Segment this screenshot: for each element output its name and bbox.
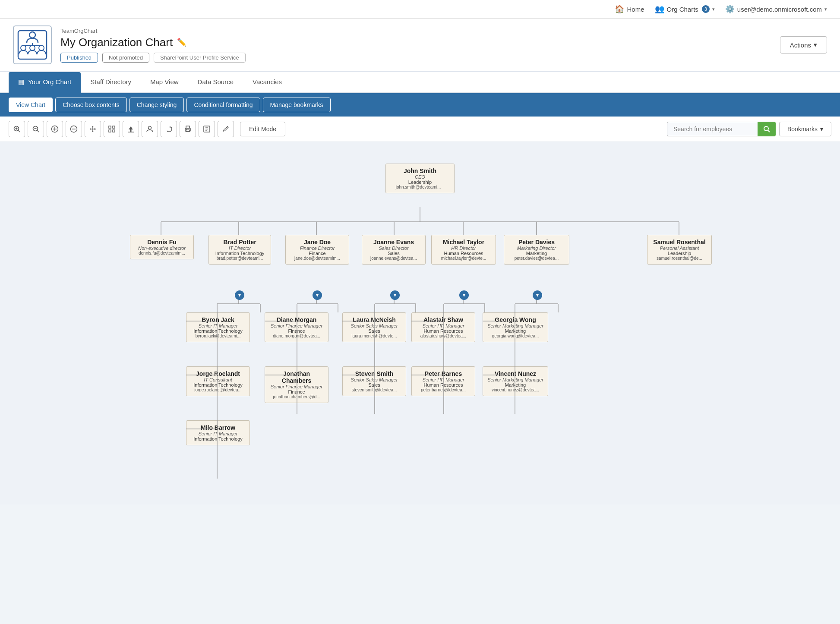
remove-button[interactable] [66, 121, 82, 137]
nav-org-charts-label: Org Charts [667, 6, 698, 13]
svg-point-33 [148, 126, 152, 129]
expand-joanne-evans[interactable]: ▾ [390, 290, 400, 300]
nav-user[interactable]: ⚙️ user@demo.onmicrosoft.com ▾ [725, 4, 827, 14]
card-email: john.smith@devteami... [390, 185, 446, 189]
card-email: peter.davies@devtea... [508, 256, 565, 261]
add-button[interactable] [47, 121, 63, 137]
card-title: IT Consultant [191, 377, 245, 382]
published-badge[interactable]: Published [60, 53, 98, 63]
card-dennis-fu[interactable]: Dennis Fu Non-executive director dennis.… [130, 235, 194, 259]
zoom-in-button[interactable] [9, 121, 25, 137]
card-dept: Marketing [487, 328, 543, 334]
actions-button[interactable]: Actions ▾ [780, 36, 827, 54]
card-email: jonathan.chambers@d... [269, 394, 324, 399]
card-milo-barrow[interactable]: Milo Barrow Senior IT Manager Informatio… [186, 420, 250, 445]
pen-button[interactable] [218, 121, 234, 137]
chart-toolbar: Edit Mode Bookmarks ▾ [0, 117, 840, 142]
not-promoted-badge[interactable]: Not promoted [102, 53, 149, 63]
page-title: My Organization Chart [60, 36, 173, 49]
chevron-down-icon: ▾ [712, 6, 715, 12]
sub-btn-change-styling[interactable]: Change styling [129, 98, 184, 112]
tab-vacancies[interactable]: Vacancies [243, 72, 291, 93]
top-nav: 🏠 Home 👥 Org Charts 3 ▾ ⚙️ user@demo.onm… [0, 0, 840, 19]
card-dept: Information Technology [191, 436, 245, 441]
card-name: Jorge Roelandt [191, 370, 245, 377]
sub-btn-choose-box[interactable]: Choose box contents [55, 98, 127, 112]
card-email: brad.potter@devteami... [213, 256, 266, 261]
tab-staff-directory-label: Staff Directory [90, 78, 131, 85]
zoom-out-button[interactable] [28, 121, 44, 137]
expand-jane-doe[interactable]: ▾ [313, 290, 322, 300]
expand-michael-taylor[interactable]: ▾ [459, 290, 469, 300]
sub-btn-conditional[interactable]: Conditional formatting [186, 98, 260, 112]
edit-mode-button[interactable]: Edit Mode [240, 122, 285, 136]
card-email: jorge.roelandt@devtea... [191, 388, 245, 392]
sub-btn-view-chart[interactable]: View Chart [9, 98, 53, 112]
edit-mode-label: Edit Mode [249, 126, 276, 132]
card-byron-jack[interactable]: Byron Jack Senior IT Manager Information… [186, 312, 250, 342]
card-georgia-wong[interactable]: Georgia Wong Senior Marketing Manager Ma… [483, 312, 548, 342]
tab-vacancies-label: Vacancies [253, 78, 282, 85]
card-jorge-roelandt[interactable]: Jorge Roelandt IT Consultant Information… [186, 366, 250, 396]
card-vincent-nunez[interactable]: Vincent Nunez Senior Marketing Manager M… [483, 366, 548, 396]
card-dept: Sales [347, 328, 401, 334]
tab-data-source[interactable]: Data Source [188, 72, 243, 93]
header-title-row: My Organization Chart ✏️ [60, 36, 780, 49]
card-dept: Human Resources [416, 382, 471, 388]
card-laura-mcneish[interactable]: Laura McNeish Senior Sales Manager Sales… [342, 312, 406, 342]
upload-button[interactable] [123, 121, 139, 137]
svg-point-45 [764, 126, 768, 131]
card-dept: Sales [366, 251, 421, 256]
print-button[interactable] [180, 121, 196, 137]
card-dept: Human Resources [436, 251, 491, 256]
card-alastair-shaw[interactable]: Alastair Shaw Senior HR Manager Human Re… [411, 312, 475, 342]
card-michael-taylor[interactable]: Michael Taylor HR Director Human Resourc… [431, 235, 496, 265]
card-john-smith[interactable]: John Smith CEO Leadership john.smith@dev… [385, 164, 455, 193]
search-button[interactable] [758, 122, 776, 136]
svg-marker-25 [92, 131, 94, 132]
card-jonathan-chambers[interactable]: Jonathan Chambers Senior Finance Manager… [265, 366, 328, 403]
nav-org-charts[interactable]: 👥 Org Charts 3 ▾ [655, 4, 715, 14]
org-icon: 👥 [655, 4, 664, 14]
sub-btn-bookmarks[interactable]: Manage bookmarks [263, 98, 331, 112]
nav-home[interactable]: 🏠 Home [615, 4, 644, 14]
refresh-button[interactable] [161, 121, 177, 137]
settings-icon: ⚙️ [725, 4, 735, 14]
search-input[interactable] [667, 122, 758, 136]
card-title: Senior Marketing Manager [487, 377, 543, 382]
card-title: IT Director [213, 246, 266, 251]
expand-brad-potter[interactable]: ▾ [235, 290, 244, 300]
card-joanne-evans[interactable]: Joanne Evans Sales Director Sales joanne… [362, 235, 426, 265]
fit-button[interactable] [104, 121, 120, 137]
tab-staff-directory[interactable]: Staff Directory [81, 72, 141, 93]
card-steven-smith[interactable]: Steven Smith Senior Sales Manager Sales … [342, 366, 406, 396]
card-peter-barnes[interactable]: Peter Barnes Senior HR Manager Human Res… [411, 366, 475, 396]
edit-title-icon[interactable]: ✏️ [177, 38, 186, 47]
card-email: byron.jack@devteami... [191, 334, 245, 338]
card-title: Senior HR Manager [416, 377, 471, 382]
export-button[interactable] [199, 121, 215, 137]
card-brad-potter[interactable]: Brad Potter IT Director Information Tech… [208, 235, 271, 265]
card-samuel-rosenthal[interactable]: Samuel Rosenthal Personal Assistant Lead… [647, 235, 712, 265]
sharepoint-badge[interactable]: SharePoint User Profile Service [154, 53, 246, 63]
svg-point-1 [21, 45, 26, 50]
tab-map-view[interactable]: Map View [141, 72, 188, 93]
card-name: Steven Smith [347, 370, 401, 377]
card-dept: Finance [269, 328, 324, 334]
svg-marker-24 [92, 126, 94, 127]
card-diane-morgan[interactable]: Diane Morgan Senior Finance Manager Fina… [265, 312, 328, 342]
table-icon: ▦ [18, 78, 24, 85]
tab-your-org-chart[interactable]: ▦ Your Org Chart [9, 72, 81, 93]
card-name: Jonathan Chambers [269, 370, 324, 384]
card-name: Peter Davies [508, 239, 565, 246]
person-button[interactable] [142, 121, 158, 137]
card-peter-davies[interactable]: Peter Davies Marketing Director Marketin… [504, 235, 569, 265]
bookmarks-button[interactable]: Bookmarks ▾ [779, 122, 831, 136]
card-jane-doe[interactable]: Jane Doe Finance Director Finance jane.d… [285, 235, 349, 265]
home-icon: 🏠 [615, 4, 624, 14]
svg-marker-34 [170, 126, 171, 128]
org-charts-count-badge: 3 [702, 5, 710, 13]
card-email: georgia.wong@devtea... [487, 334, 543, 338]
pan-button[interactable] [85, 121, 101, 137]
expand-peter-davies[interactable]: ▾ [533, 290, 542, 300]
